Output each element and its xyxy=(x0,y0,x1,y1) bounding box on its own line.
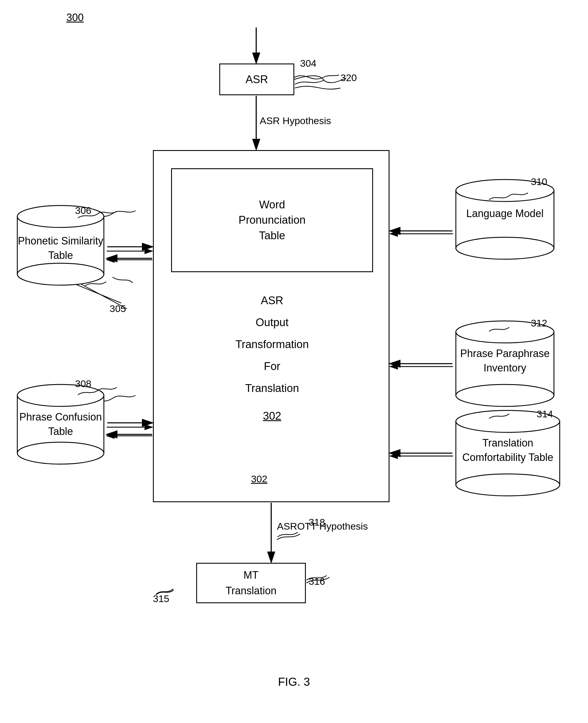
phrase-confusion-label: Phrase ConfusionTable xyxy=(15,410,107,439)
aot-line-transformation: Transformation xyxy=(154,333,391,355)
mt-translation-box: MT Translation xyxy=(196,563,306,603)
svg-point-27 xyxy=(456,474,560,496)
figure-label: FIG. 3 xyxy=(278,675,310,688)
main-processing-box: WordPronunciationTable ASR Output Transf… xyxy=(153,150,390,502)
ref-306: 306 xyxy=(75,205,91,216)
aot-line-output: Output xyxy=(154,311,391,333)
ref-305: 305 xyxy=(110,303,126,314)
ref-312: 312 xyxy=(531,317,547,329)
ref-314: 314 xyxy=(537,408,553,420)
ref-304: 304 xyxy=(300,58,316,69)
language-model-label: Language Model xyxy=(453,206,557,221)
aot-line-asr: ASR xyxy=(154,289,391,311)
svg-point-15 xyxy=(17,263,104,285)
asr-label: ASR xyxy=(246,73,268,86)
ref-302: 302 xyxy=(251,473,268,484)
ref-315: 315 xyxy=(153,593,169,604)
wpt-label: WordPronunciationTable xyxy=(238,197,306,243)
mt-line1: MT xyxy=(244,567,258,583)
ref-310: 310 xyxy=(531,176,547,187)
phonetic-similarity-label: Phonetic SimilarityTable xyxy=(15,234,107,263)
svg-point-24 xyxy=(456,385,554,406)
mt-line2: Translation xyxy=(226,583,277,599)
phrase-paraphrase-label: Phrase ParaphraseInventory xyxy=(453,346,557,375)
ref-316: 316 xyxy=(309,576,325,587)
asr-hypothesis-label: ASR Hypothesis xyxy=(260,114,331,128)
figure-number: 300 xyxy=(66,12,84,24)
aot-ref: 302 xyxy=(154,405,391,427)
ref-318: 318 xyxy=(309,517,325,528)
asr-box: ASR xyxy=(219,63,294,95)
aot-line-for: For xyxy=(154,355,391,377)
aot-text: ASR Output Transformation For Translatio… xyxy=(154,289,391,427)
ref-320: 320 xyxy=(340,72,357,83)
svg-point-18 xyxy=(17,442,104,464)
wpt-box: WordPronunciationTable xyxy=(171,168,373,272)
translation-comfortability-label: TranslationComfortability Table xyxy=(453,436,563,465)
aot-line-translation: Translation xyxy=(154,377,391,399)
ref-308: 308 xyxy=(75,378,91,389)
svg-point-21 xyxy=(456,237,554,259)
